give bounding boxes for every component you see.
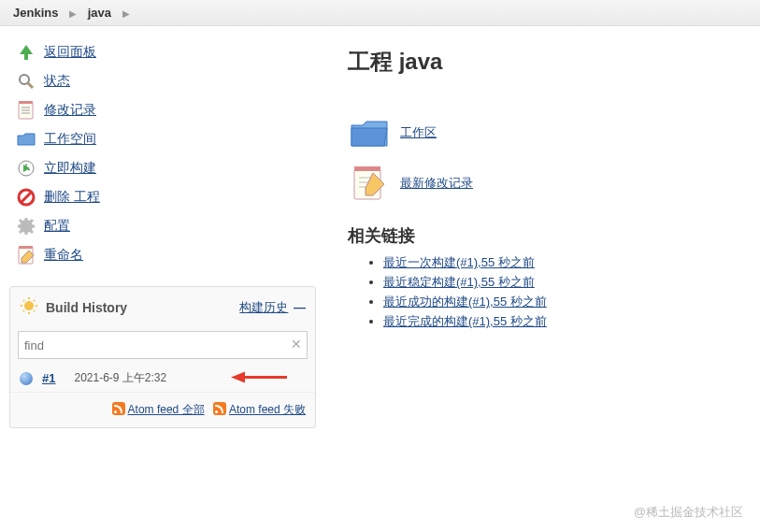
- sidebar-item-status[interactable]: 状态: [9, 66, 325, 95]
- related-link[interactable]: 最近一次构建(#1),55 秒之前: [383, 255, 535, 269]
- build-time: 2021-6-9 上午2:32: [74, 370, 166, 386]
- sidebar-item-label: 配置: [44, 218, 70, 235]
- list-item: 最近稳定构建(#1),55 秒之前: [383, 274, 751, 291]
- asset-workspace: 工作区: [348, 114, 751, 151]
- gear-icon: [15, 215, 37, 237]
- list-item: 最近一次构建(#1),55 秒之前: [383, 254, 751, 271]
- asset-links: 工作区 最新修改记录: [348, 114, 751, 202]
- sidebar-item-label: 立即构建: [44, 160, 96, 177]
- folder-icon: [15, 128, 37, 151]
- build-number-link[interactable]: #1: [42, 371, 55, 385]
- sidebar-item-delete[interactable]: 删除 工程: [9, 182, 325, 211]
- related-link[interactable]: 最近成功的构建(#1),55 秒之前: [383, 295, 547, 309]
- build-find-input[interactable]: [18, 331, 308, 359]
- build-history-header: Build History 构建历史 —: [10, 287, 315, 327]
- sidebar-item-build-now[interactable]: 立即构建: [9, 153, 325, 182]
- svg-rect-17: [19, 246, 33, 249]
- clock-play-icon: [15, 157, 37, 180]
- folder-large-icon: [348, 114, 391, 151]
- svg-line-26: [23, 310, 24, 311]
- build-history-title: Build History: [46, 300, 239, 315]
- svg-line-25: [34, 300, 35, 301]
- up-arrow-icon: [15, 41, 37, 64]
- build-find-row: ✕: [10, 327, 315, 365]
- sidebar-item-rename[interactable]: 重命名: [9, 240, 325, 269]
- svg-line-1: [28, 83, 33, 88]
- annotation-arrow-icon: [231, 370, 287, 386]
- atom-feed-fail-link[interactable]: Atom feed 失败: [229, 403, 306, 416]
- changes-link[interactable]: 最新修改记录: [400, 175, 473, 192]
- build-trend-link[interactable]: 构建历史: [239, 299, 288, 316]
- notepad-large-icon: [348, 165, 391, 202]
- workspace-link[interactable]: 工作区: [400, 124, 437, 141]
- build-status-ball-icon: [20, 372, 33, 385]
- chevron-right-icon: ▶: [122, 8, 130, 19]
- sidebar-item-workspace[interactable]: 工作空间: [9, 124, 325, 153]
- breadcrumb-project[interactable]: java: [88, 6, 111, 20]
- sidebar-item-label: 重命名: [44, 247, 83, 264]
- edit-notepad-icon: [15, 244, 37, 266]
- svg-rect-6: [19, 101, 33, 104]
- atom-feed-all-link[interactable]: Atom feed 全部: [128, 403, 205, 416]
- related-link[interactable]: 最近稳定构建(#1),55 秒之前: [383, 275, 535, 289]
- notepad-icon: [15, 99, 37, 122]
- page-title: 工程 java: [348, 47, 751, 77]
- list-item: 最近完成的构建(#1),55 秒之前: [383, 313, 751, 330]
- svg-point-0: [20, 75, 29, 84]
- sidebar-item-label: 工作空间: [44, 131, 96, 148]
- watermark: @稀土掘金技术社区: [634, 504, 743, 521]
- list-item: 最近成功的构建(#1),55 秒之前: [383, 294, 751, 310]
- sidebar: 返回面板 状态 修改记录 工作空间 立即构建 删除 工程: [0, 26, 325, 428]
- sidebar-item-back[interactable]: 返回面板: [9, 37, 325, 66]
- sidebar-menu: 返回面板 状态 修改记录 工作空间 立即构建 删除 工程: [0, 34, 325, 279]
- main-panel: 工程 java 工作区 最新修改记录 相关链接 最近一次构建(#1),55 秒之…: [325, 26, 760, 428]
- svg-rect-29: [354, 166, 380, 171]
- rss-icon: [112, 402, 125, 415]
- breadcrumb-root[interactable]: Jenkins: [13, 6, 58, 20]
- rss-icon: [213, 402, 226, 415]
- build-row[interactable]: #1 2021-6-9 上午2:32: [10, 365, 315, 392]
- svg-line-23: [23, 300, 24, 301]
- sidebar-item-changes[interactable]: 修改记录: [9, 95, 325, 124]
- svg-point-18: [24, 301, 34, 310]
- svg-line-24: [34, 310, 35, 311]
- sidebar-item-label: 修改记录: [44, 102, 96, 119]
- sidebar-item-label: 状态: [44, 73, 70, 90]
- search-icon: [15, 70, 37, 93]
- sun-icon: [20, 296, 38, 318]
- related-links-list: 最近一次构建(#1),55 秒之前 最近稳定构建(#1),55 秒之前 最近成功…: [348, 254, 751, 330]
- asset-changes: 最新修改记录: [348, 165, 751, 202]
- related-link[interactable]: 最近完成的构建(#1),55 秒之前: [383, 314, 547, 328]
- breadcrumb: Jenkins ▶ java ▶: [0, 0, 760, 26]
- chevron-right-icon: ▶: [69, 8, 77, 19]
- collapse-icon[interactable]: —: [290, 300, 306, 314]
- build-feed-row: Atom feed 全部 Atom feed 失败: [10, 392, 315, 427]
- no-entry-icon: [15, 186, 37, 208]
- build-history-panel: Build History 构建历史 — ✕ #1 2021-6-9 上午2:3…: [9, 286, 316, 428]
- clear-icon[interactable]: ✕: [291, 337, 302, 352]
- sidebar-item-configure[interactable]: 配置: [9, 211, 325, 240]
- sidebar-item-label: 返回面板: [44, 44, 96, 61]
- related-links-header: 相关链接: [348, 224, 751, 247]
- sidebar-item-label: 删除 工程: [44, 189, 100, 206]
- svg-line-9: [22, 193, 31, 202]
